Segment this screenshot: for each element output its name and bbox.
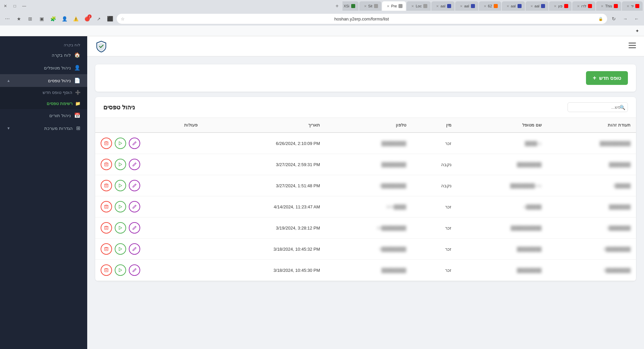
tab-close-t7[interactable]: ✕	[484, 4, 486, 8]
sidebar-toggle-button[interactable]: ▣	[37, 14, 46, 23]
delete-button[interactable]	[101, 159, 112, 170]
tab-t5[interactable]: aal ✕	[526, 1, 549, 11]
play-button[interactable]	[115, 159, 126, 170]
sidebar-item-forms-list[interactable]: 📁 רשימת טפסים	[0, 98, 87, 109]
tab-close-t4[interactable]: ✕	[554, 4, 556, 8]
page-title: ניהול טפסים	[103, 104, 135, 111]
address-actions: ⬛ ↗ 🔴 1 ⚠️	[71, 14, 115, 23]
play-button[interactable]	[115, 138, 126, 149]
hamburger-icon[interactable]	[629, 42, 636, 51]
edit-button[interactable]	[129, 138, 140, 149]
table-body: ██████████מו████זכר████████6/26/2024, 2:…	[95, 133, 636, 281]
chevron-down-icon: ▼	[7, 126, 10, 130]
tab-grid-button[interactable]: ⊞	[25, 14, 35, 23]
browser-chrome: יד ✕ This ✕ לרו ✕ פון ✕ aal ✕ aal ✕ 62 ✕…	[0, 0, 644, 36]
delete-button[interactable]	[101, 243, 112, 255]
tab-close-t9[interactable]: ✕	[436, 4, 439, 8]
new-tab-button[interactable]: +	[332, 1, 342, 11]
forward-button[interactable]: →	[621, 14, 630, 23]
bookmark-star-icon[interactable]: ☆	[121, 16, 125, 21]
delete-button[interactable]	[101, 138, 112, 149]
tab-t2[interactable]: This ✕	[596, 1, 621, 11]
favorites-button[interactable]: ★	[14, 14, 23, 23]
forms-card-header: 🔍 ניהול טפסים	[95, 97, 636, 118]
cell-gender: זכר	[412, 217, 457, 239]
back-button[interactable]: ←	[632, 14, 641, 23]
table-header: תעודת זהותשם מטופלמיןטלפוןתאריךפעולות	[95, 118, 636, 133]
tab-t13[interactable]: XSi ✕	[342, 1, 359, 11]
play-button[interactable]	[115, 201, 126, 212]
tab-t1[interactable]: יד ✕	[622, 1, 643, 11]
tab-close-t6[interactable]: ✕	[506, 4, 509, 8]
delete-button[interactable]	[101, 222, 112, 234]
col-header-actions: פעולות	[95, 118, 203, 133]
cell-date: 3/27/2024, 2:59:31 PM	[203, 154, 325, 175]
edit-button[interactable]	[129, 222, 140, 234]
tab-close-t10[interactable]: ✕	[411, 4, 414, 8]
edit-button[interactable]	[129, 264, 140, 276]
tab-close-t3[interactable]: ✕	[577, 4, 580, 8]
tab-close-t5[interactable]: ✕	[530, 4, 533, 8]
sidebar-nav: לוח בקרה 🏠 לוח בקרה 👤 ניהול מטופלים 📄	[0, 36, 87, 349]
play-button[interactable]	[115, 180, 126, 191]
profile-button[interactable]: 👤	[60, 14, 69, 23]
extensions-button[interactable]: ⬛	[105, 14, 115, 23]
tab-t9[interactable]: aal ✕	[431, 1, 454, 11]
sidebar-item-clients[interactable]: 👤 ניהול מטופלים	[0, 61, 87, 74]
sidebar-item-forms[interactable]: 📄 ניהול טפסים ▲	[0, 74, 87, 87]
url-bar[interactable]: 🔒 hoshan.y2erp.com/forms/list ☆	[117, 14, 607, 24]
home-icon: 🏠	[74, 52, 80, 58]
tab-close-t1[interactable]: ✕	[627, 4, 629, 8]
tab-t8[interactable]: aal ✕	[455, 1, 478, 11]
sidebar-item-calendar[interactable]: 📅 ניהול תורים	[0, 109, 87, 122]
search-input[interactable]	[568, 102, 628, 112]
close-window-button[interactable]: ✕	[1, 2, 9, 10]
col-header-name: שם מטופל	[457, 118, 547, 133]
play-button[interactable]	[115, 264, 126, 276]
tab-t3[interactable]: לרו ✕	[572, 1, 595, 11]
main-content: وقايـة טופס חדש +	[87, 36, 644, 349]
tab-t4[interactable]: פון ✕	[549, 1, 572, 11]
play-button[interactable]	[115, 243, 126, 255]
tab-t10[interactable]: Loc ✕	[407, 1, 431, 11]
bookmark-apps[interactable]: ✦	[633, 28, 641, 34]
sidebar-label-calendar: ניהול תורים	[49, 113, 71, 118]
delete-button[interactable]	[101, 180, 112, 191]
table-row: ██████████מו████זכר████████6/26/2024, 2:…	[95, 133, 636, 154]
extensions-panel-button[interactable]: 🧩	[48, 14, 58, 23]
warning-button[interactable]: ⚠️	[71, 14, 80, 23]
tab-close-t11[interactable]: ✕	[387, 4, 389, 8]
tab-close-t12[interactable]: ✕	[364, 4, 367, 8]
cell-phone: ████████	[325, 133, 412, 154]
edit-button[interactable]	[129, 243, 140, 255]
sidebar-section-title: לוח בקרה	[0, 40, 87, 49]
minimize-button[interactable]: —	[20, 2, 28, 10]
cell-id: █████3	[547, 175, 636, 196]
tab-close-t8[interactable]: ✕	[460, 4, 463, 8]
new-form-button[interactable]: טופס חדש +	[586, 71, 628, 85]
tab-t11[interactable]: Pre ✕	[382, 1, 406, 11]
tab-t6[interactable]: aal ✕	[502, 1, 525, 11]
sidebar-item-settings[interactable]: ⊞ הגדרות מערכת ▼	[0, 122, 87, 135]
sidebar-item-dashboard[interactable]: 🏠 לוח בקרה	[0, 49, 87, 61]
reload-button[interactable]: ↻	[609, 14, 619, 23]
sidebar-label-forms: ניהול טפסים	[48, 78, 71, 83]
tab-t12[interactable]: Sit ✕	[359, 1, 382, 11]
edit-button[interactable]	[129, 201, 140, 212]
delete-button[interactable]	[101, 264, 112, 276]
sidebar-item-add-form[interactable]: ➕ הוסף טופס חדש	[0, 87, 87, 98]
tab-close-t2[interactable]: ✕	[601, 4, 603, 8]
svg-rect-0	[629, 43, 636, 44]
edit-button[interactable]	[129, 159, 140, 170]
col-header-date: תאריך	[203, 118, 325, 133]
share-button[interactable]: ↗	[94, 14, 103, 23]
notifications-button[interactable]: 🔴 1	[83, 14, 92, 23]
maximize-button[interactable]: □	[11, 2, 19, 10]
cell-actions	[95, 196, 203, 217]
tab-t7[interactable]: 62 ✕	[479, 1, 501, 11]
delete-button[interactable]	[101, 201, 112, 212]
cell-name: מו████	[457, 133, 547, 154]
play-button[interactable]	[115, 222, 126, 234]
browser-menu-button[interactable]: ⋯	[3, 14, 12, 23]
edit-button[interactable]	[129, 180, 140, 191]
